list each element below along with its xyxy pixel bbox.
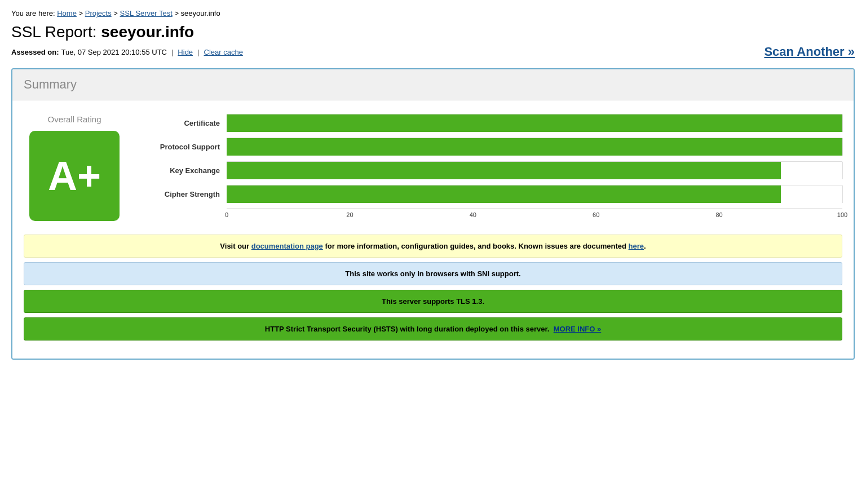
bar-row-1: Protocol Support	[148, 138, 842, 156]
breadcrumb-home[interactable]: Home	[57, 9, 77, 17]
scan-another-button[interactable]: Scan Another »	[764, 45, 855, 59]
bar-label-3: Cipher Strength	[148, 190, 227, 198]
breadcrumb: You are here: Home > Projects > SSL Serv…	[11, 9, 855, 17]
bar-row-3: Cipher Strength	[148, 185, 842, 203]
page-title: SSL Report: seeyour.info	[11, 23, 855, 41]
breadcrumb-ssl-test[interactable]: SSL Server Test	[120, 9, 173, 17]
bar-chart-area: Certificate Protocol Support	[148, 114, 842, 221]
bar-chart: Certificate Protocol Support	[148, 114, 842, 221]
info-box-sni: This site works only in browsers with SN…	[24, 262, 842, 285]
summary-box: Summary Overall Rating A+ Certificate	[11, 68, 855, 360]
summary-header: Summary	[12, 69, 854, 100]
breadcrumb-domain: seeyour.info	[181, 9, 220, 17]
assessed-line: Assessed on: Tue, 07 Sep 2021 20:10:55 U…	[11, 45, 855, 59]
tls-text: This server supports TLS 1.3.	[382, 297, 484, 306]
assessed-datetime: Tue, 07 Sep 2021 20:10:55 UTC	[61, 48, 167, 56]
rating-chart-row: Overall Rating A+ Certificate	[24, 114, 842, 221]
hide-link[interactable]: Hide	[178, 48, 193, 56]
known-issues-link[interactable]: here	[629, 242, 644, 250]
overall-rating-label: Overall Rating	[47, 114, 101, 124]
breadcrumb-prefix: You are here:	[11, 9, 57, 17]
bar-label-1: Protocol Support	[148, 143, 227, 151]
hsts-more-info-link[interactable]: MORE INFO »	[554, 325, 602, 333]
grade-text: A+	[48, 156, 101, 196]
sni-text: This site works only in browsers with SN…	[345, 269, 520, 278]
bar-row-2: Key Exchange	[148, 161, 842, 179]
documentation-page-link[interactable]: documentation page	[251, 242, 323, 250]
summary-body: Overall Rating A+ Certificate	[12, 100, 854, 359]
summary-heading: Summary	[24, 77, 842, 92]
clear-cache-link[interactable]: Clear cache	[204, 48, 243, 56]
bar-row-0: Certificate	[148, 114, 842, 132]
info-box-hsts: HTTP Strict Transport Security (HSTS) wi…	[24, 317, 842, 341]
info-box-tls: This server supports TLS 1.3.	[24, 290, 842, 313]
hsts-text: HTTP Strict Transport Security (HSTS) wi…	[265, 325, 601, 333]
breadcrumb-projects[interactable]: Projects	[85, 9, 112, 17]
overall-rating: Overall Rating A+	[24, 114, 125, 221]
info-box-documentation: Visit our documentation page for more in…	[24, 235, 842, 258]
bar-label-0: Certificate	[148, 119, 227, 127]
bar-label-2: Key Exchange	[148, 166, 227, 175]
assessed-label: Assessed on:	[11, 48, 59, 56]
grade-badge: A+	[29, 131, 120, 221]
